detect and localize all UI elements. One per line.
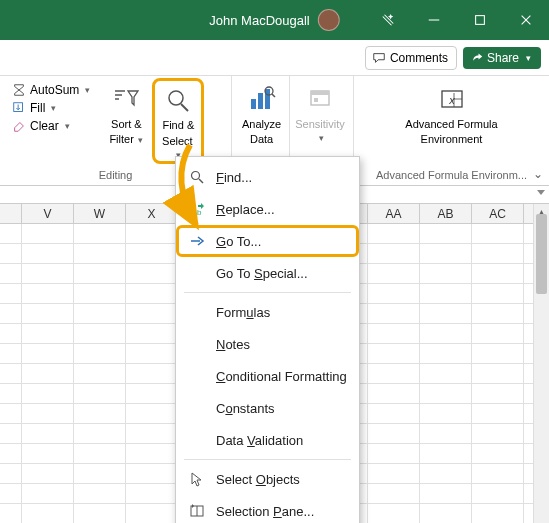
sensitivity-icon	[306, 85, 334, 113]
afe-label-2: Environment	[421, 133, 483, 146]
chevron-down-icon: ▾	[65, 121, 70, 131]
menu-separator	[184, 292, 351, 293]
share-button[interactable]: Share ▾	[463, 47, 541, 69]
user-name: John MacDougall	[209, 13, 309, 28]
autosum-button[interactable]: AutoSum ▾	[8, 82, 94, 98]
analyze-data-button[interactable]: Analyze Data	[236, 78, 287, 164]
share-label: Share	[487, 51, 519, 65]
find-select-button[interactable]: Find & Select ▾	[152, 78, 204, 164]
eraser-icon	[12, 119, 26, 133]
afe-label-1: Advanced Formula	[405, 118, 497, 131]
comments-button[interactable]: Comments	[365, 46, 457, 70]
menu-label: Go To Special...	[216, 266, 308, 281]
analyze-label-2: Data	[250, 133, 273, 146]
sigma-icon	[12, 83, 26, 97]
menu-label: Notes	[216, 337, 250, 352]
menu-formulas[interactable]: Formulas	[176, 296, 359, 328]
collapse-ribbon-icon[interactable]: ⌄	[533, 167, 543, 181]
close-button[interactable]	[503, 0, 549, 40]
svg-rect-7	[251, 99, 256, 109]
menu-label: Find...	[216, 170, 252, 185]
magnifier-icon	[188, 168, 206, 186]
menu-data-validation[interactable]: Data Validation	[176, 424, 359, 456]
col-header[interactable]: AA	[368, 204, 420, 223]
sort-filter-button[interactable]: Sort & Filter ▾	[100, 78, 152, 164]
actions-bar: Comments Share ▾	[0, 40, 549, 76]
menu-constants[interactable]: Constants	[176, 392, 359, 424]
goto-icon	[188, 232, 206, 250]
sensitivity-label: Sensitivity	[295, 118, 345, 131]
sort-filter-label-1: Sort &	[111, 118, 142, 131]
menu-goto[interactable]: Go To...	[176, 225, 359, 257]
menu-label: Select Objects	[216, 472, 300, 487]
titlebar-tool-icon[interactable]	[365, 0, 411, 40]
scrollbar-thumb[interactable]	[536, 214, 547, 294]
col-header[interactable]: W	[74, 204, 126, 223]
selection-pane-icon	[188, 502, 206, 520]
vertical-scrollbar[interactable]: ▴	[533, 204, 549, 523]
col-header[interactable]: AB	[420, 204, 472, 223]
sensitivity-button: Sensitivity ▾	[294, 78, 346, 164]
menu-notes[interactable]: Notes	[176, 328, 359, 360]
magnifier-icon	[164, 87, 192, 115]
col-header[interactable]: AC	[472, 204, 524, 223]
col-header[interactable]: V	[22, 204, 74, 223]
menu-replace[interactable]: ab Replace...	[176, 193, 359, 225]
avatar[interactable]	[318, 9, 340, 31]
svg-point-5	[169, 91, 183, 105]
svg-text:b: b	[197, 208, 202, 217]
menu-select-objects[interactable]: Select Objects	[176, 463, 359, 495]
menu-label: Selection Pane...	[216, 504, 314, 519]
chevron-down-icon: ▾	[85, 85, 90, 95]
comment-icon	[372, 51, 386, 65]
svg-rect-1	[476, 16, 485, 25]
svg-point-19	[192, 172, 200, 180]
find-select-label-1: Find &	[162, 119, 194, 132]
chevron-down-icon: ▾	[136, 135, 144, 145]
title-user: John MacDougall	[209, 9, 339, 31]
fill-label: Fill	[30, 101, 45, 115]
menu-goto-special[interactable]: Go To Special...	[176, 257, 359, 289]
col-header[interactable]: X	[126, 204, 178, 223]
sort-filter-icon	[112, 85, 140, 113]
menu-separator	[184, 459, 351, 460]
menu-conditional-formatting[interactable]: Conditional Formatting	[176, 360, 359, 392]
menu-label: Constants	[216, 401, 275, 416]
svg-line-11	[272, 94, 275, 97]
autosum-label: AutoSum	[30, 83, 79, 97]
comments-label: Comments	[390, 51, 448, 65]
menu-find[interactable]: Find...	[176, 161, 359, 193]
svg-line-6	[181, 104, 188, 111]
svg-line-20	[199, 179, 203, 183]
chevron-down-icon: ▾	[319, 133, 324, 144]
maximize-button[interactable]	[457, 0, 503, 40]
svg-text:a: a	[191, 203, 196, 212]
menu-label: Go To...	[216, 234, 261, 249]
menu-label: Formulas	[216, 305, 270, 320]
chevron-down-icon: ▾	[51, 103, 56, 113]
clear-label: Clear	[30, 119, 59, 133]
pointer-icon	[188, 470, 206, 488]
menu-label: Conditional Formatting	[216, 369, 347, 384]
replace-icon: ab	[188, 200, 206, 218]
fill-icon	[12, 101, 26, 115]
find-select-label-2: Select	[162, 135, 193, 147]
share-icon	[471, 52, 483, 64]
menu-label: Data Validation	[216, 433, 303, 448]
minimize-button[interactable]	[411, 0, 457, 40]
menu-label: Replace...	[216, 202, 275, 217]
group-label-afe: Advanced Formula Environm...	[358, 169, 545, 183]
fill-button[interactable]: Fill ▾	[8, 100, 94, 116]
find-select-menu: Find... ab Replace... Go To... Go To Spe…	[175, 156, 360, 523]
svg-rect-14	[314, 98, 318, 102]
analyze-label-1: Analyze	[242, 118, 281, 131]
clear-button[interactable]: Clear ▾	[8, 118, 94, 134]
sort-filter-label-2: Filter	[109, 133, 133, 145]
ribbon-group-afe: x Advanced Formula Environment Advanced …	[354, 76, 549, 185]
menu-selection-pane[interactable]: Selection Pane...	[176, 495, 359, 523]
afe-button[interactable]: x Advanced Formula Environment	[392, 78, 512, 164]
chevron-down-icon: ▾	[526, 53, 531, 63]
svg-rect-8	[258, 93, 263, 109]
afe-icon: x	[438, 85, 466, 113]
analyze-icon	[248, 85, 276, 113]
